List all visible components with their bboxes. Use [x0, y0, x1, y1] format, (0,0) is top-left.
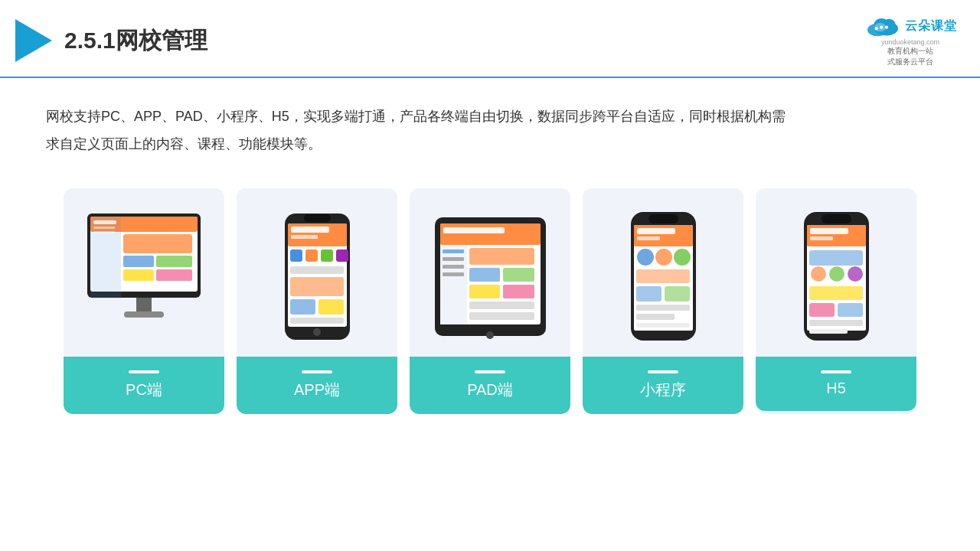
svg-rect-74: [810, 228, 848, 234]
svg-rect-84: [809, 329, 848, 334]
svg-rect-81: [809, 303, 835, 317]
svg-rect-80: [809, 286, 863, 300]
svg-rect-49: [503, 268, 534, 282]
page-title: 2.5.1网校管理: [64, 25, 207, 57]
svg-rect-12: [93, 220, 116, 224]
cloud-icon: [864, 14, 902, 38]
svg-rect-18: [123, 269, 154, 281]
svg-rect-46: [443, 272, 464, 276]
svg-rect-19: [156, 269, 192, 281]
miniprogram-phone-illustration: [627, 210, 700, 344]
svg-rect-56: [648, 214, 678, 223]
svg-point-79: [848, 266, 863, 282]
svg-rect-52: [469, 302, 534, 309]
svg-rect-68: [636, 314, 675, 320]
brand-tagline: 教育机构一站式服务云平台: [887, 46, 933, 67]
svg-rect-41: [443, 227, 505, 233]
svg-rect-28: [290, 249, 302, 262]
app-image: [237, 188, 397, 357]
app-label: APP端: [237, 357, 397, 414]
svg-rect-26: [291, 227, 329, 233]
svg-point-61: [637, 249, 654, 266]
svg-rect-35: [318, 299, 344, 315]
svg-rect-67: [636, 305, 690, 311]
brand-name: 云朵课堂: [905, 18, 957, 34]
svg-rect-48: [469, 268, 500, 282]
pad-tablet-illustration: [431, 210, 550, 344]
miniprogram-card: 小程序: [583, 188, 743, 414]
svg-rect-31: [336, 249, 348, 262]
svg-rect-50: [469, 285, 500, 298]
description-text: 网校支持PC、APP、PAD、小程序、H5，实现多端打通，产品各终端自由切换，数…: [0, 78, 842, 173]
brand-logo: 云朵课堂 yunduoketang.com 教育机构一站式服务云平台: [864, 14, 957, 67]
svg-point-5: [875, 27, 878, 30]
svg-rect-34: [290, 299, 315, 315]
miniprogram-image: [583, 188, 743, 357]
svg-point-54: [486, 331, 494, 339]
svg-rect-20: [136, 298, 152, 311]
svg-point-6: [880, 26, 883, 29]
pc-image: [64, 188, 224, 357]
svg-rect-82: [838, 303, 863, 317]
header-left: 2.5.1网校管理: [15, 19, 207, 62]
pc-label: PC端: [64, 357, 224, 414]
svg-rect-66: [665, 286, 690, 302]
svg-rect-13: [93, 227, 115, 229]
svg-rect-29: [305, 249, 318, 262]
svg-rect-17: [156, 256, 192, 267]
pc-card: PC端: [64, 188, 224, 414]
svg-rect-64: [636, 269, 690, 283]
svg-rect-59: [637, 228, 675, 234]
svg-rect-42: [440, 245, 467, 324]
app-card: APP端: [237, 188, 397, 414]
svg-rect-30: [321, 249, 333, 262]
brand-url: yunduoketang.com: [881, 38, 939, 46]
svg-rect-33: [290, 277, 344, 296]
svg-rect-76: [809, 250, 863, 266]
svg-rect-47: [469, 248, 534, 265]
svg-rect-40: [440, 223, 541, 245]
h5-card: H5: [756, 188, 916, 414]
svg-rect-65: [636, 286, 662, 302]
svg-rect-44: [443, 257, 464, 261]
svg-point-62: [655, 249, 672, 266]
h5-label: H5: [756, 357, 916, 411]
svg-rect-51: [503, 285, 534, 298]
pc-monitor-illustration: [80, 210, 208, 344]
svg-rect-14: [93, 231, 115, 233]
svg-point-63: [674, 249, 691, 266]
miniprogram-label: 小程序: [583, 357, 743, 414]
svg-rect-71: [822, 214, 851, 223]
svg-rect-27: [291, 235, 318, 239]
svg-rect-24: [304, 214, 331, 222]
svg-rect-15: [123, 234, 192, 253]
svg-point-78: [829, 266, 844, 282]
logo-triangle-icon: [15, 19, 52, 62]
svg-point-37: [313, 328, 321, 336]
h5-image: [756, 188, 916, 357]
svg-rect-53: [469, 312, 534, 320]
svg-rect-11: [90, 217, 121, 298]
header-right: 云朵课堂 yunduoketang.com 教育机构一站式服务云平台: [864, 14, 957, 67]
pad-label: PAD端: [410, 357, 570, 414]
pad-card: PAD端: [410, 188, 570, 414]
svg-rect-16: [123, 256, 154, 267]
pad-image: [410, 188, 570, 357]
svg-rect-60: [637, 236, 660, 240]
svg-rect-75: [810, 236, 833, 240]
svg-point-7: [885, 26, 888, 29]
page-header: 2.5.1网校管理 云朵课堂 yunduok: [0, 0, 980, 78]
app-phone-illustration: [281, 210, 354, 344]
svg-rect-32: [290, 266, 344, 274]
svg-rect-83: [809, 320, 863, 326]
svg-rect-69: [636, 323, 690, 328]
platform-cards: PC端: [0, 173, 980, 429]
svg-rect-36: [290, 318, 344, 324]
h5-phone-illustration: [800, 210, 873, 344]
svg-rect-45: [443, 265, 464, 269]
svg-point-77: [811, 266, 826, 282]
svg-rect-21: [124, 311, 164, 318]
svg-rect-43: [443, 249, 464, 253]
